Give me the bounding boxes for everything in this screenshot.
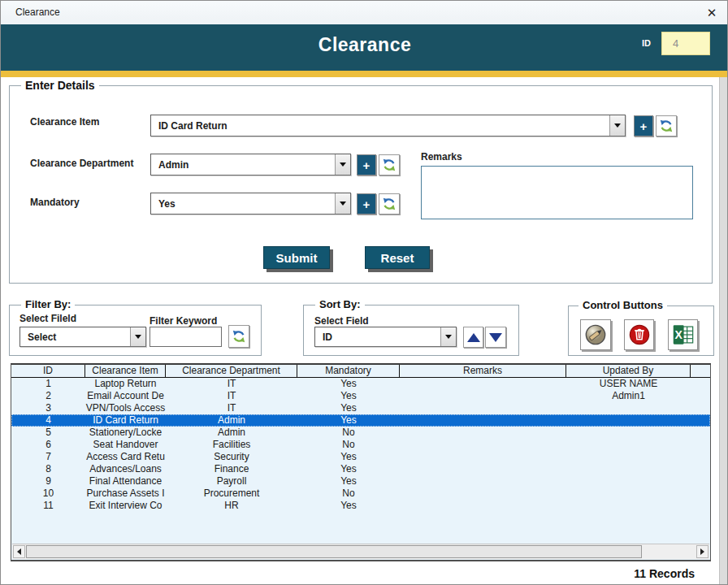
table-cell: Purchase Assets I — [85, 488, 166, 500]
dropdown-arrow-icon[interactable] — [440, 327, 456, 346]
delete-icon — [628, 323, 651, 346]
sort-ascending-button[interactable] — [463, 327, 483, 348]
sort-desc-icon — [489, 333, 502, 342]
close-icon[interactable]: ✕ — [704, 5, 720, 21]
sort-descending-button[interactable] — [485, 327, 506, 348]
table-cell — [691, 402, 711, 414]
edit-button[interactable] — [580, 319, 611, 350]
control-buttons-legend: Control Buttons — [578, 299, 667, 311]
table-cell — [400, 402, 566, 414]
export-excel-button[interactable]: X — [668, 319, 698, 350]
horizontal-scrollbar[interactable] — [12, 544, 709, 559]
table-cell — [400, 414, 566, 427]
table-row[interactable]: 8Advances/LoansFinanceYes — [11, 463, 710, 475]
scrollbar-thumb[interactable] — [26, 545, 642, 558]
window-title: Clearance — [15, 6, 60, 18]
table-cell: Stationery/Locke — [85, 427, 166, 439]
table-cell — [400, 378, 566, 390]
filter-by-group: Filter By: Select Fileld Filter Keyword … — [9, 305, 262, 356]
dropdown-arrow-icon[interactable] — [130, 327, 145, 346]
table-cell: ID Card Return — [85, 414, 166, 427]
add-department-button[interactable]: + — [357, 154, 376, 176]
delete-button[interactable] — [624, 319, 654, 350]
id-field[interactable] — [661, 32, 710, 55]
table-row[interactable]: 4ID Card ReturnAdminYes — [11, 414, 710, 427]
remarks-input[interactable] — [421, 166, 693, 219]
table-cell: 4 — [11, 414, 85, 427]
table-cell: IT — [166, 390, 297, 402]
page-title: Clearance — [1, 34, 728, 56]
sort-by-group: Sort By: Select Field ID — [303, 305, 519, 356]
table-cell — [566, 439, 691, 451]
table-row[interactable]: 3VPN/Tools AccessITYes — [11, 402, 710, 414]
reset-button[interactable]: Reset — [365, 246, 430, 269]
table-row[interactable]: 9Final AttendancePayrollYes — [11, 475, 710, 488]
column-header: Mandatory — [297, 365, 400, 378]
table-cell: 5 — [11, 427, 85, 439]
refresh-item-button[interactable] — [656, 115, 677, 136]
table-cell: Yes — [297, 378, 400, 390]
clearance-department-select[interactable]: Admin — [150, 154, 351, 176]
filter-field-select[interactable]: Select — [20, 327, 146, 347]
table-cell: Facilities — [166, 439, 297, 451]
mandatory-label: Mandatory — [30, 197, 80, 208]
table-cell — [400, 451, 566, 463]
submit-button[interactable]: Submit — [263, 246, 330, 269]
sync-icon — [382, 197, 396, 211]
table-cell — [566, 463, 691, 475]
table-row[interactable]: 6Seat HandoverFacilitiesNo — [11, 439, 710, 451]
table-cell — [566, 402, 691, 414]
filter-field-value: Select — [28, 327, 128, 346]
refresh-mandatory-button[interactable] — [379, 193, 400, 214]
apply-filter-button[interactable] — [228, 325, 249, 348]
dropdown-arrow-icon[interactable] — [335, 154, 350, 175]
filter-keyword-input[interactable] — [150, 327, 222, 347]
add-mandatory-button[interactable]: + — [357, 193, 376, 214]
refresh-department-button[interactable] — [379, 154, 400, 176]
table-cell: Yes — [297, 475, 400, 488]
table-cell: 6 — [11, 439, 85, 451]
table-cell: Yes — [297, 402, 400, 414]
sort-field-select[interactable]: ID — [314, 327, 457, 347]
plus-icon: + — [640, 119, 648, 133]
add-item-button[interactable]: + — [634, 115, 653, 136]
table-cell — [566, 427, 691, 439]
clearance-item-select[interactable]: ID Card Return — [150, 115, 626, 136]
dropdown-arrow-icon[interactable] — [335, 193, 350, 214]
table-row[interactable]: 10Purchase Assets IProcurementNo — [11, 488, 710, 500]
dropdown-arrow-icon[interactable] — [609, 115, 625, 136]
scroll-right-button[interactable] — [696, 545, 708, 558]
table-row[interactable]: 7Access Card RetuSecurityYes — [11, 451, 710, 463]
table-cell: 7 — [11, 451, 85, 463]
id-label: ID — [642, 38, 651, 48]
enter-details-legend: Enter Details — [21, 79, 99, 92]
table-row[interactable]: 2Email Account DeITYesAdmin1 — [11, 390, 710, 402]
clearance-item-value: ID Card Return — [158, 115, 607, 136]
enter-details-group: Enter Details Clearance Item ID Card Ret… — [9, 85, 713, 284]
column-header: Updated By — [566, 365, 691, 378]
table-row[interactable]: 1Laptop ReturnITYesUSER NAME — [11, 378, 710, 390]
plus-icon: + — [363, 197, 370, 211]
table-cell — [400, 475, 566, 488]
table-cell: 8 — [11, 463, 85, 475]
table-cell — [400, 488, 566, 500]
accent-stripe — [1, 71, 728, 77]
scroll-left-button[interactable] — [13, 545, 25, 558]
table-cell — [566, 451, 691, 463]
table-cell — [691, 475, 711, 488]
table-row[interactable]: 5Stationery/LockeAdminNo — [11, 427, 710, 439]
table-row[interactable]: 11Exit Interview CoHRYes — [11, 500, 710, 512]
column-header: Clearance Department — [166, 365, 297, 378]
filter-keyword-label: Filter Keyword — [150, 315, 217, 327]
scroll-left-icon — [17, 548, 21, 555]
table-cell: Security — [166, 451, 297, 463]
column-header: Clearance Item — [85, 365, 166, 378]
table-cell: Email Account De — [85, 390, 166, 402]
table-cell — [566, 475, 691, 488]
mandatory-select[interactable]: Yes — [150, 193, 351, 214]
table-cell — [691, 488, 711, 500]
svg-text:X: X — [674, 328, 682, 341]
table-cell — [566, 414, 691, 427]
clearance-department-label: Clearance Department — [30, 158, 133, 169]
clearance-window: Clearance ✕ Clearance ID Enter Details C… — [0, 0, 728, 585]
